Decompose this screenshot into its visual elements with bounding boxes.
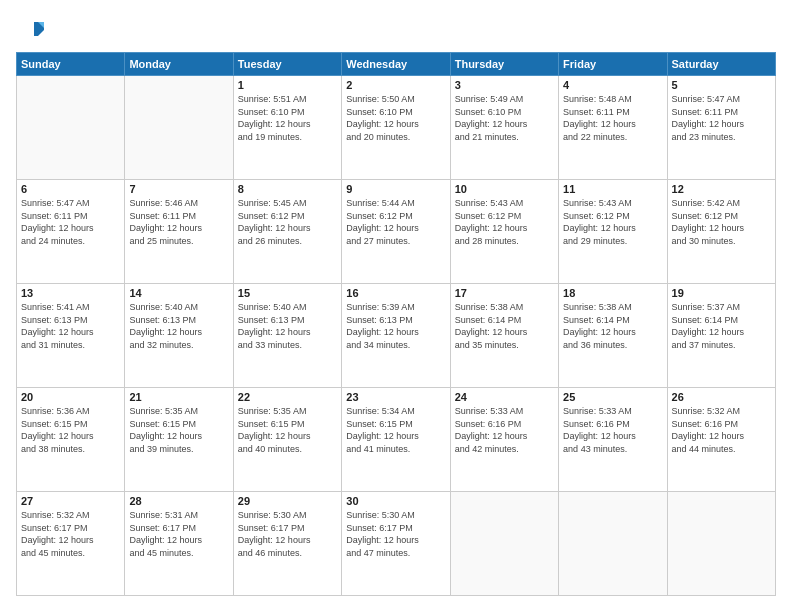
- day-info: Sunrise: 5:43 AM Sunset: 6:12 PM Dayligh…: [455, 197, 554, 247]
- day-number: 13: [21, 287, 120, 299]
- day-number: 28: [129, 495, 228, 507]
- day-info: Sunrise: 5:51 AM Sunset: 6:10 PM Dayligh…: [238, 93, 337, 143]
- day-header-wednesday: Wednesday: [342, 53, 450, 76]
- calendar-cell: 18Sunrise: 5:38 AM Sunset: 6:14 PM Dayli…: [559, 284, 667, 388]
- day-number: 7: [129, 183, 228, 195]
- day-number: 10: [455, 183, 554, 195]
- day-info: Sunrise: 5:44 AM Sunset: 6:12 PM Dayligh…: [346, 197, 445, 247]
- calendar-cell: 21Sunrise: 5:35 AM Sunset: 6:15 PM Dayli…: [125, 388, 233, 492]
- day-info: Sunrise: 5:46 AM Sunset: 6:11 PM Dayligh…: [129, 197, 228, 247]
- calendar-cell: [17, 76, 125, 180]
- calendar-cell: 29Sunrise: 5:30 AM Sunset: 6:17 PM Dayli…: [233, 492, 341, 596]
- day-info: Sunrise: 5:32 AM Sunset: 6:16 PM Dayligh…: [672, 405, 771, 455]
- day-number: 12: [672, 183, 771, 195]
- day-info: Sunrise: 5:30 AM Sunset: 6:17 PM Dayligh…: [346, 509, 445, 559]
- calendar-cell: 4Sunrise: 5:48 AM Sunset: 6:11 PM Daylig…: [559, 76, 667, 180]
- calendar-cell: [667, 492, 775, 596]
- calendar-cell: 16Sunrise: 5:39 AM Sunset: 6:13 PM Dayli…: [342, 284, 450, 388]
- week-row-2: 13Sunrise: 5:41 AM Sunset: 6:13 PM Dayli…: [17, 284, 776, 388]
- day-info: Sunrise: 5:35 AM Sunset: 6:15 PM Dayligh…: [238, 405, 337, 455]
- week-row-1: 6Sunrise: 5:47 AM Sunset: 6:11 PM Daylig…: [17, 180, 776, 284]
- calendar-cell: 28Sunrise: 5:31 AM Sunset: 6:17 PM Dayli…: [125, 492, 233, 596]
- day-header-monday: Monday: [125, 53, 233, 76]
- calendar-cell: 9Sunrise: 5:44 AM Sunset: 6:12 PM Daylig…: [342, 180, 450, 284]
- day-header-sunday: Sunday: [17, 53, 125, 76]
- day-number: 8: [238, 183, 337, 195]
- calendar-table: SundayMondayTuesdayWednesdayThursdayFrid…: [16, 52, 776, 596]
- day-info: Sunrise: 5:38 AM Sunset: 6:14 PM Dayligh…: [563, 301, 662, 351]
- week-row-3: 20Sunrise: 5:36 AM Sunset: 6:15 PM Dayli…: [17, 388, 776, 492]
- calendar-cell: 15Sunrise: 5:40 AM Sunset: 6:13 PM Dayli…: [233, 284, 341, 388]
- calendar-cell: 27Sunrise: 5:32 AM Sunset: 6:17 PM Dayli…: [17, 492, 125, 596]
- calendar-cell: 10Sunrise: 5:43 AM Sunset: 6:12 PM Dayli…: [450, 180, 558, 284]
- calendar-cell: 19Sunrise: 5:37 AM Sunset: 6:14 PM Dayli…: [667, 284, 775, 388]
- day-number: 1: [238, 79, 337, 91]
- day-number: 24: [455, 391, 554, 403]
- day-number: 30: [346, 495, 445, 507]
- day-number: 11: [563, 183, 662, 195]
- day-number: 4: [563, 79, 662, 91]
- day-info: Sunrise: 5:47 AM Sunset: 6:11 PM Dayligh…: [672, 93, 771, 143]
- day-info: Sunrise: 5:37 AM Sunset: 6:14 PM Dayligh…: [672, 301, 771, 351]
- calendar-cell: 2Sunrise: 5:50 AM Sunset: 6:10 PM Daylig…: [342, 76, 450, 180]
- calendar-cell: 3Sunrise: 5:49 AM Sunset: 6:10 PM Daylig…: [450, 76, 558, 180]
- calendar-cell: 5Sunrise: 5:47 AM Sunset: 6:11 PM Daylig…: [667, 76, 775, 180]
- calendar-cell: 1Sunrise: 5:51 AM Sunset: 6:10 PM Daylig…: [233, 76, 341, 180]
- day-number: 16: [346, 287, 445, 299]
- day-info: Sunrise: 5:40 AM Sunset: 6:13 PM Dayligh…: [238, 301, 337, 351]
- day-number: 22: [238, 391, 337, 403]
- calendar-cell: 6Sunrise: 5:47 AM Sunset: 6:11 PM Daylig…: [17, 180, 125, 284]
- day-number: 27: [21, 495, 120, 507]
- day-number: 21: [129, 391, 228, 403]
- day-info: Sunrise: 5:43 AM Sunset: 6:12 PM Dayligh…: [563, 197, 662, 247]
- day-number: 25: [563, 391, 662, 403]
- calendar-cell: 26Sunrise: 5:32 AM Sunset: 6:16 PM Dayli…: [667, 388, 775, 492]
- calendar-cell: 14Sunrise: 5:40 AM Sunset: 6:13 PM Dayli…: [125, 284, 233, 388]
- day-number: 17: [455, 287, 554, 299]
- day-info: Sunrise: 5:30 AM Sunset: 6:17 PM Dayligh…: [238, 509, 337, 559]
- day-number: 6: [21, 183, 120, 195]
- day-number: 14: [129, 287, 228, 299]
- day-info: Sunrise: 5:36 AM Sunset: 6:15 PM Dayligh…: [21, 405, 120, 455]
- day-info: Sunrise: 5:34 AM Sunset: 6:15 PM Dayligh…: [346, 405, 445, 455]
- calendar-cell: 13Sunrise: 5:41 AM Sunset: 6:13 PM Dayli…: [17, 284, 125, 388]
- page: SundayMondayTuesdayWednesdayThursdayFrid…: [0, 0, 792, 612]
- day-info: Sunrise: 5:38 AM Sunset: 6:14 PM Dayligh…: [455, 301, 554, 351]
- day-header-thursday: Thursday: [450, 53, 558, 76]
- day-number: 18: [563, 287, 662, 299]
- calendar-cell: 25Sunrise: 5:33 AM Sunset: 6:16 PM Dayli…: [559, 388, 667, 492]
- logo-icon: [16, 16, 44, 44]
- calendar-cell: 22Sunrise: 5:35 AM Sunset: 6:15 PM Dayli…: [233, 388, 341, 492]
- day-info: Sunrise: 5:41 AM Sunset: 6:13 PM Dayligh…: [21, 301, 120, 351]
- day-info: Sunrise: 5:42 AM Sunset: 6:12 PM Dayligh…: [672, 197, 771, 247]
- day-info: Sunrise: 5:31 AM Sunset: 6:17 PM Dayligh…: [129, 509, 228, 559]
- day-info: Sunrise: 5:45 AM Sunset: 6:12 PM Dayligh…: [238, 197, 337, 247]
- calendar-cell: 20Sunrise: 5:36 AM Sunset: 6:15 PM Dayli…: [17, 388, 125, 492]
- calendar-cell: [559, 492, 667, 596]
- calendar-cell: 12Sunrise: 5:42 AM Sunset: 6:12 PM Dayli…: [667, 180, 775, 284]
- day-info: Sunrise: 5:33 AM Sunset: 6:16 PM Dayligh…: [563, 405, 662, 455]
- day-number: 23: [346, 391, 445, 403]
- day-number: 20: [21, 391, 120, 403]
- day-number: 5: [672, 79, 771, 91]
- day-info: Sunrise: 5:32 AM Sunset: 6:17 PM Dayligh…: [21, 509, 120, 559]
- day-number: 15: [238, 287, 337, 299]
- calendar-cell: 24Sunrise: 5:33 AM Sunset: 6:16 PM Dayli…: [450, 388, 558, 492]
- day-number: 29: [238, 495, 337, 507]
- day-number: 9: [346, 183, 445, 195]
- day-info: Sunrise: 5:40 AM Sunset: 6:13 PM Dayligh…: [129, 301, 228, 351]
- calendar-cell: 8Sunrise: 5:45 AM Sunset: 6:12 PM Daylig…: [233, 180, 341, 284]
- week-row-0: 1Sunrise: 5:51 AM Sunset: 6:10 PM Daylig…: [17, 76, 776, 180]
- day-info: Sunrise: 5:35 AM Sunset: 6:15 PM Dayligh…: [129, 405, 228, 455]
- day-info: Sunrise: 5:47 AM Sunset: 6:11 PM Dayligh…: [21, 197, 120, 247]
- calendar-cell: [125, 76, 233, 180]
- days-header-row: SundayMondayTuesdayWednesdayThursdayFrid…: [17, 53, 776, 76]
- logo: [16, 16, 48, 44]
- day-info: Sunrise: 5:48 AM Sunset: 6:11 PM Dayligh…: [563, 93, 662, 143]
- day-header-tuesday: Tuesday: [233, 53, 341, 76]
- day-number: 19: [672, 287, 771, 299]
- day-header-saturday: Saturday: [667, 53, 775, 76]
- day-info: Sunrise: 5:50 AM Sunset: 6:10 PM Dayligh…: [346, 93, 445, 143]
- day-info: Sunrise: 5:49 AM Sunset: 6:10 PM Dayligh…: [455, 93, 554, 143]
- day-number: 2: [346, 79, 445, 91]
